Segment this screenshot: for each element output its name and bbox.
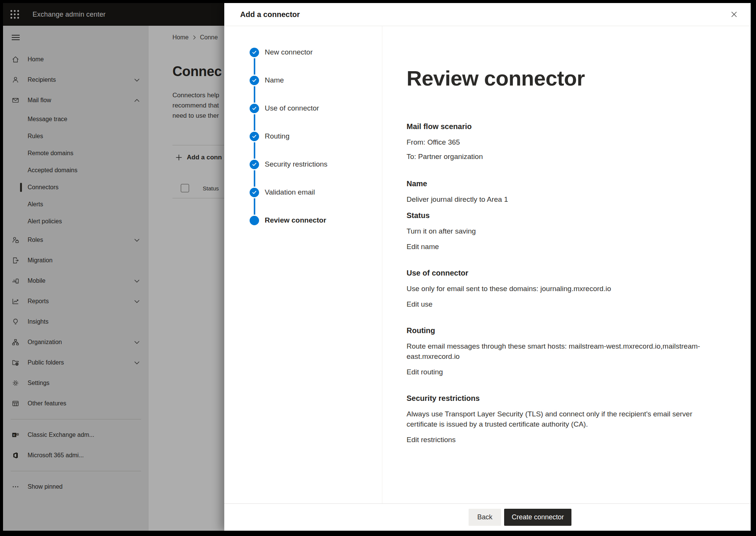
edit-use-link[interactable]: Edit use <box>407 300 433 309</box>
wizard-stepper: New connector Name Use of connector Rout… <box>224 26 382 503</box>
edit-restrictions-link[interactable]: Edit restrictions <box>407 436 456 444</box>
step-current-dot <box>250 216 259 225</box>
step-check-icon <box>250 104 259 113</box>
add-connector-panel: Add a connector New connector Name <box>224 3 751 531</box>
edit-name-link[interactable]: Edit name <box>407 243 439 251</box>
status-value: Turn it on after saving <box>407 226 717 236</box>
close-button[interactable] <box>727 7 742 22</box>
panel-title: Add a connector <box>240 10 300 19</box>
step-check-icon <box>250 48 259 57</box>
section-routing: Routing Route email messages through the… <box>407 326 717 376</box>
exchange-admin-center-app: Exchange admin center Home Recipients <box>3 3 751 531</box>
close-icon <box>731 11 737 18</box>
review-heading: Review connector <box>407 66 728 90</box>
step-validation-email[interactable]: Validation email <box>224 178 382 206</box>
step-check-icon <box>250 188 259 197</box>
step-review-connector[interactable]: Review connector <box>224 206 382 234</box>
section-security-restrictions: Security restrictions Always use Transpo… <box>407 394 717 444</box>
create-connector-button[interactable]: Create connector <box>504 509 571 526</box>
security-value: Always use Transport Layer Security (TLS… <box>407 409 717 429</box>
step-name[interactable]: Name <box>224 66 382 94</box>
step-check-icon <box>250 132 259 141</box>
step-use-of-connector[interactable]: Use of connector <box>224 94 382 122</box>
section-name: Name Deliver journal directly to Area 1 … <box>407 179 717 251</box>
section-mail-flow-scenario: Mail flow scenario From: Office 365 To: … <box>407 122 717 162</box>
edit-routing-link[interactable]: Edit routing <box>407 368 443 376</box>
scenario-to: To: Partner organization <box>407 151 717 162</box>
step-security-restrictions[interactable]: Security restrictions <box>224 150 382 178</box>
routing-value: Route email messages through these smart… <box>407 341 717 361</box>
back-button[interactable]: Back <box>469 509 501 526</box>
step-check-icon <box>250 160 259 169</box>
step-new-connector[interactable]: New connector <box>224 38 382 66</box>
step-routing[interactable]: Routing <box>224 122 382 150</box>
step-check-icon <box>250 76 259 85</box>
screenshot-frame: Exchange admin center Home Recipients <box>0 0 756 536</box>
review-content: Review connector Mail flow scenario From… <box>382 26 751 503</box>
panel-header: Add a connector <box>224 3 751 26</box>
use-value: Use only for email sent to these domains… <box>407 284 717 294</box>
panel-footer: Back Create connector <box>224 503 751 531</box>
status-subheading: Status <box>407 211 717 220</box>
connector-name-value: Deliver journal directly to Area 1 <box>407 194 717 204</box>
section-use-of-connector: Use of connector Use only for email sent… <box>407 269 717 309</box>
scenario-from: From: Office 365 <box>407 137 717 147</box>
